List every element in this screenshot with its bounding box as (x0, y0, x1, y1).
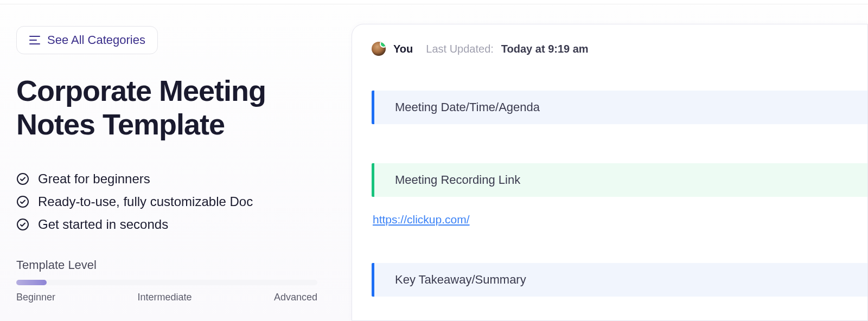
check-circle-icon (16, 218, 29, 231)
svg-point-5 (17, 219, 28, 230)
page-title: Corporate Meeting Notes Template (16, 74, 335, 141)
feature-text: Get started in seconds (38, 217, 168, 232)
tick-beginner: Beginner (16, 292, 55, 303)
template-level-ticks: Beginner Intermediate Advanced (16, 292, 317, 303)
tick-intermediate: Intermediate (137, 292, 192, 303)
doc-header: You Last Updated: Today at 9:19 am (372, 42, 867, 56)
recording-link[interactable]: https://clickup.com/ (373, 213, 470, 226)
recording-text: Meeting Recording Link (395, 173, 520, 187)
check-circle-icon (16, 195, 29, 208)
feature-item: Get started in seconds (16, 217, 335, 232)
recording-block[interactable]: Meeting Recording Link (372, 163, 867, 197)
summary-text: Key Takeaway/Summary (395, 273, 526, 286)
feature-list: Great for beginners Ready-to-use, fully … (16, 171, 335, 232)
see-all-categories-button[interactable]: See All Categories (16, 26, 158, 54)
document-panel: You Last Updated: Today at 9:19 am Meeti… (352, 24, 868, 321)
template-level-label: Template Level (16, 258, 335, 272)
agenda-text: Meeting Date/Time/Agenda (395, 100, 540, 114)
avatar[interactable] (372, 42, 386, 56)
feature-text: Great for beginners (38, 171, 150, 187)
last-updated-value: Today at 9:19 am (501, 43, 589, 55)
check-circle-icon (16, 172, 29, 185)
feature-item: Great for beginners (16, 171, 335, 187)
main-container: See All Categories Corporate Meeting Not… (0, 4, 868, 321)
top-border (0, 0, 868, 4)
tick-advanced: Advanced (274, 292, 317, 303)
left-panel: See All Categories Corporate Meeting Not… (0, 4, 352, 321)
feature-item: Ready-to-use, fully customizable Doc (16, 194, 335, 209)
template-level-fill (16, 280, 47, 285)
svg-point-3 (17, 174, 28, 184)
agenda-block[interactable]: Meeting Date/Time/Agenda (372, 91, 867, 124)
template-level-section: Template Level Beginner Intermediate Adv… (16, 258, 335, 303)
author-label: You (393, 43, 413, 55)
summary-block[interactable]: Key Takeaway/Summary (372, 263, 867, 297)
svg-point-4 (17, 196, 28, 207)
feature-text: Ready-to-use, fully customizable Doc (38, 194, 253, 209)
template-level-bar (16, 280, 317, 285)
see-all-label: See All Categories (47, 33, 145, 47)
last-updated-label: Last Updated: (426, 43, 494, 55)
menu-icon (29, 35, 41, 45)
